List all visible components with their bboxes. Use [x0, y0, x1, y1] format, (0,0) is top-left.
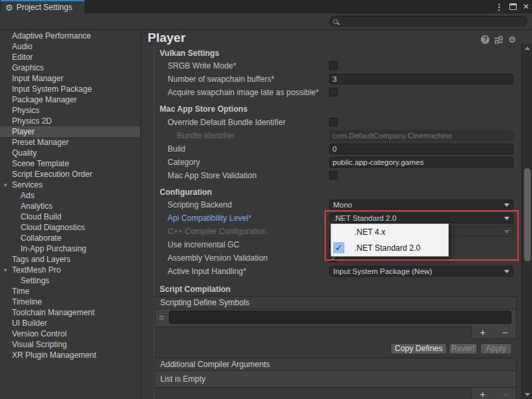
- sidebar-item-label: Input System Package: [0, 84, 92, 94]
- checkbox-override-default-bundle-identifier[interactable]: [329, 118, 338, 126]
- scrollbar[interactable]: [521, 44, 532, 399]
- sidebar-item-timeline[interactable]: Timeline: [0, 297, 140, 307]
- unity-project-settings-window: { "window": { "tab_title": "Project Sett…: [0, 0, 532, 399]
- sidebar-item-label: Input Manager: [0, 74, 63, 83]
- sidebar-item-label: Settings: [0, 276, 49, 285]
- sidebar-item-label: In-App Purchasing: [0, 244, 86, 253]
- presets-icon[interactable]: [494, 36, 503, 44]
- section-header-vulkan-settings: Vulkan Settings: [160, 49, 219, 58]
- search-box[interactable]: [329, 16, 527, 27]
- sidebar-item-label: Player: [0, 127, 35, 136]
- kebab-menu-icon[interactable]: ⋮: [495, 2, 503, 12]
- sidebar-item-label: Audio: [0, 42, 33, 51]
- popup-option-net-4-x[interactable]: .NET 4.x: [331, 224, 448, 240]
- add-define-button[interactable]: +: [475, 328, 490, 337]
- scroll-down-icon[interactable]: [525, 393, 530, 396]
- dropdown-active-input-handling[interactable]: Input System Package (New): [329, 266, 513, 277]
- sidebar-item-label: Cloud Diagnostics: [0, 223, 85, 232]
- sidebar-item-services[interactable]: ▼Services: [0, 180, 140, 190]
- popup-option-net-standard-2-0[interactable]: ✓.NET Standard 2.0: [331, 240, 448, 256]
- close-icon[interactable]: ✕: [523, 2, 529, 11]
- section-header-configuration: Configuration: [160, 188, 212, 197]
- settings-row-script-compilation: Script Compilation: [141, 283, 521, 295]
- sidebar-item-xr-plugin-management[interactable]: XR Plugin Management: [0, 350, 140, 360]
- sidebar-item-ads[interactable]: Ads: [0, 190, 140, 201]
- gear-icon[interactable]: ⚙: [508, 35, 516, 44]
- settings-row-build: Build: [141, 142, 521, 155]
- apply-button[interactable]: Apply: [480, 343, 512, 354]
- settings-row-override-default-bundle-identifier: Override Default Bundle Identifier: [141, 116, 521, 128]
- scripting-define-symbols-header[interactable]: Scripting Define Symbols: [155, 297, 516, 309]
- sidebar-item-label: Quality: [0, 148, 37, 158]
- sidebar-item-scene-template[interactable]: Scene Template: [0, 158, 140, 169]
- checkbox-srgb-write-mode[interactable]: [329, 61, 338, 70]
- define-symbols-list-footer: + −: [471, 326, 517, 339]
- sidebar-item-player[interactable]: Player: [0, 126, 140, 137]
- sidebar-item-toolchain-management[interactable]: Toolchain Management: [0, 307, 140, 318]
- search-input[interactable]: [340, 17, 520, 25]
- sidebar-item-label: Ads: [0, 191, 35, 200]
- collapse-arrow-icon[interactable]: ▼: [3, 267, 8, 273]
- dropdown-value: Mono: [333, 201, 352, 209]
- settings-row-mac-app-store-options: Mac App Store Options: [141, 102, 521, 115]
- settings-gear-icon: ⚙: [5, 3, 13, 12]
- sidebar-item-adaptive-performance[interactable]: Adaptive Performance: [0, 31, 140, 41]
- dropdown-scripting-backend[interactable]: Mono: [329, 200, 513, 210]
- sidebar-item-physics[interactable]: Physics: [0, 105, 140, 116]
- copy-defines-button[interactable]: Copy Defines: [390, 343, 447, 354]
- define-symbol-input[interactable]: [169, 311, 511, 324]
- sidebar-item-time[interactable]: Time: [0, 286, 140, 297]
- checkbox-mac-app-store-validation[interactable]: [329, 171, 338, 180]
- sidebar-item-ui-builder[interactable]: UI Builder: [0, 318, 140, 329]
- sidebar-item-settings[interactable]: Settings: [0, 275, 140, 286]
- sidebar-item-editor[interactable]: Editor: [0, 52, 140, 63]
- remove-define-button[interactable]: −: [497, 328, 512, 337]
- sidebar-item-label: Timeline: [0, 297, 42, 307]
- sidebar-item-quality[interactable]: Quality: [0, 148, 140, 158]
- scrollbar-thumb[interactable]: [524, 168, 531, 261]
- popup-option-label: .NET Standard 2.0: [354, 243, 420, 253]
- sidebar-item-label: Scene Template: [0, 159, 69, 168]
- sidebar-item-label: UI Builder: [0, 319, 47, 328]
- sidebar-item-tags-and-layers[interactable]: Tags and Layers: [0, 254, 140, 265]
- settings-row-bundle-identifier: Bundle Identifier: [141, 129, 521, 142]
- sidebar-item-version-control[interactable]: Version Control: [0, 329, 140, 339]
- sidebar-item-collaborate[interactable]: Collaborate: [0, 233, 140, 243]
- sidebar-item-graphics[interactable]: Graphics: [0, 63, 140, 73]
- tab-project-settings[interactable]: ⚙ Project Settings: [1, 0, 84, 13]
- dropdown-api-compatibility-level[interactable]: .NET Standard 2.0: [329, 213, 513, 223]
- revert-button[interactable]: Revert: [449, 343, 477, 354]
- additional-compiler-arguments-header[interactable]: Additional Compiler Arguments: [155, 358, 516, 371]
- sidebar-item-textmesh-pro[interactable]: ▼TextMesh Pro: [0, 265, 140, 275]
- row-label-active-input-handling: Active Input Handling*: [168, 267, 246, 276]
- sidebar-item-script-execution-order[interactable]: Script Execution Order: [0, 169, 140, 180]
- sidebar-item-analytics[interactable]: Analytics: [0, 201, 140, 211]
- add-argument-button[interactable]: +: [475, 390, 490, 399]
- scripting-define-symbols-title: Scripting Define Symbols: [160, 298, 249, 307]
- sidebar-item-package-manager[interactable]: Package Manager: [0, 94, 140, 105]
- popup-option-label: .NET 4.x: [354, 227, 385, 237]
- help-icon[interactable]: ?: [481, 35, 489, 44]
- drag-handle-icon[interactable]: =: [159, 313, 164, 323]
- sidebar-item-label: Analytics: [0, 201, 53, 211]
- sidebar-item-audio[interactable]: Audio: [0, 41, 140, 52]
- sidebar-item-label: Script Execution Order: [0, 170, 92, 179]
- settings-row-api-compatibility-level: Api Compatibility Level*.NET Standard 2.…: [141, 211, 521, 224]
- remove-argument-button[interactable]: −: [497, 390, 512, 399]
- sidebar-item-preset-manager[interactable]: Preset Manager: [0, 137, 140, 148]
- sidebar-item-cloud-diagnostics[interactable]: Cloud Diagnostics: [0, 222, 140, 233]
- search-icon: [333, 19, 338, 24]
- maximize-icon[interactable]: [509, 3, 517, 10]
- field-number-of-swapchain-buffers[interactable]: [329, 74, 513, 84]
- field-category[interactable]: [329, 157, 513, 168]
- collapse-arrow-icon[interactable]: ▼: [3, 182, 8, 188]
- sidebar-item-physics-2d[interactable]: Physics 2D: [0, 116, 140, 126]
- sidebar-item-input-system-package[interactable]: Input System Package: [0, 84, 140, 94]
- sidebar-item-in-app-purchasing[interactable]: In-App Purchasing: [0, 243, 140, 254]
- field-build[interactable]: [329, 144, 513, 154]
- sidebar-item-input-manager[interactable]: Input Manager: [0, 73, 140, 84]
- checkbox-acquire-swapchain-image-late-as-possible[interactable]: [329, 88, 338, 96]
- sidebar-item-cloud-build[interactable]: Cloud Build: [0, 211, 140, 222]
- scroll-up-icon[interactable]: [525, 47, 530, 50]
- sidebar-item-visual-scripting[interactable]: Visual Scripting: [0, 339, 140, 350]
